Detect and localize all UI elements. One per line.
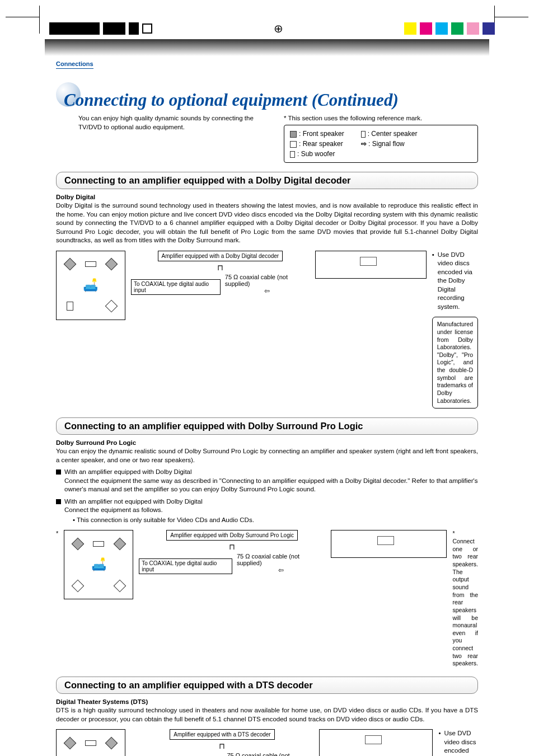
cable-label-3: 75 Ω coaxial cable (not supplied): [227, 752, 313, 756]
diagram-dts: 🛋️ Amplifier equipped with a DTS decoder…: [56, 729, 478, 756]
bullet1-body: Connect the equipment the same way as de…: [64, 477, 477, 493]
cable-label-2: 75 Ω coaxial cable (not supplied): [237, 553, 325, 566]
subwoofer-icon: [290, 151, 295, 158]
amp-label-3: Amplifier equipped with a DTS decoder: [170, 729, 274, 740]
bullet1-title: With an amplifier equipped with Dolby Di…: [64, 468, 192, 475]
subheading-dts: Digital Theater Systems (DTS): [56, 698, 478, 705]
amp-label-2: Amplifier equipped with Dolby Surround P…: [166, 530, 298, 541]
right-bullet-1: Use DVD video discs encoded via the Dolb…: [438, 251, 478, 312]
registration-mark-icon: ⊕: [274, 22, 283, 35]
section-heading-dts: Connecting to an amplifier equipped with…: [56, 677, 478, 694]
right-bullet-3: Use DVD video discs encoded via the Dolb…: [444, 729, 478, 756]
amp-label: Amplifier equipped with a Dolby Digital …: [158, 251, 283, 261]
header-gradient: [45, 39, 489, 56]
page-title: Connecting to optional equipment (Contin…: [64, 90, 399, 110]
dvd-player-icon: [315, 251, 427, 279]
asterisk-note: * Connect one or two rear speakers. The …: [452, 530, 478, 668]
intro-text: You can enjoy high quality dynamic sound…: [56, 114, 273, 163]
diagram-dolby-digital: 🛋️ Amplifier equipped with a Dolby Digit…: [56, 251, 478, 409]
bullet2-body: Connect the equipment as follows.: [64, 506, 163, 513]
body-prologic: You can enjoy the dynamic realistic soun…: [56, 447, 478, 464]
dvd-player-icon: [319, 729, 433, 756]
dvd-player-icon: [331, 530, 447, 558]
bullet2-title: With an amplifier not equipped with Dolb…: [64, 498, 203, 505]
coax-label: To COAXIAL type digital audio input: [131, 279, 221, 295]
legend-box: : Front speaker : Rear speaker : Sub woo…: [284, 125, 478, 163]
cable-label: 75 Ω coaxial cable (not supplied): [225, 274, 310, 287]
license-dolby: Manufactured under license from Dolby La…: [432, 317, 478, 408]
coax-label-2: To COAXIAL type digital audio input: [139, 558, 232, 574]
bullet-square-icon: [56, 499, 61, 504]
diagram-prologic: * 🛋️ Amplifier equipped with Dolby Surro…: [56, 530, 478, 668]
section-heading-dolby-digital: Connecting to an amplifier equipped with…: [56, 172, 478, 189]
center-speaker-icon: [361, 131, 366, 138]
subheading-prologic: Dolby Surround Pro Logic: [56, 439, 478, 446]
subheading-dolby-digital: Dolby Digital: [56, 194, 478, 200]
signal-flow-icon: ⇨: [361, 140, 368, 148]
body-dts: DTS is a high quality surround technolog…: [56, 706, 478, 724]
reference-note: * This section uses the following refere…: [284, 114, 478, 123]
body-dolby-digital: Dolby Digital is the surround sound tech…: [56, 201, 478, 245]
bullet2-note: • This connection is only suitable for V…: [73, 516, 478, 525]
bullet-square-icon: [56, 469, 61, 475]
print-color-bar: ⊕: [0, 22, 534, 35]
front-speaker-icon: [290, 131, 297, 138]
rear-speaker-icon: [290, 141, 297, 148]
section-label: Connections: [56, 60, 93, 69]
section-heading-prologic: Connecting to an amplifier equipped with…: [56, 417, 478, 435]
